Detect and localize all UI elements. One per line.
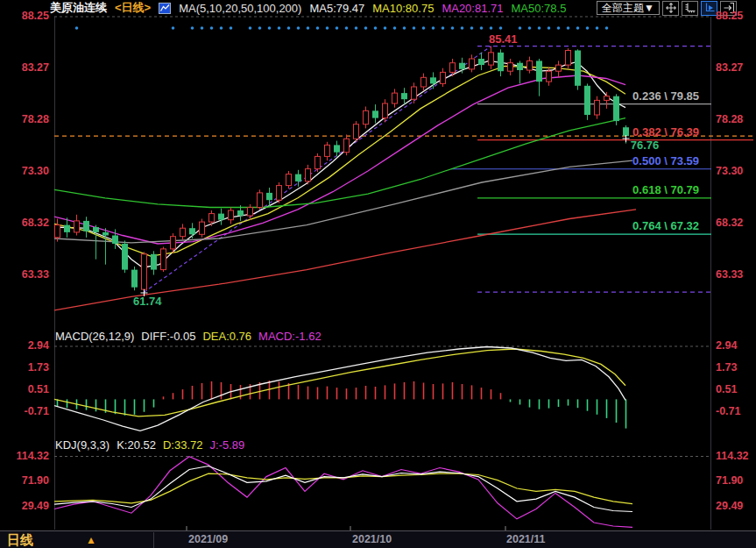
candle-body-down (623, 127, 629, 136)
ma50-value: MA50:78.5 (512, 2, 567, 15)
signal-dot (384, 26, 387, 30)
candle-body-down (122, 244, 128, 270)
candle-body-down (237, 210, 244, 216)
chart-header-bar: 美原油连续 <日线> MA(5,10,20,50,100,200) MA5:79… (0, 0, 756, 16)
candle-body-up (604, 96, 610, 101)
macd-macd-value: MACD:-1.62 (258, 330, 321, 343)
kdj-j-value: J:-5.89 (210, 438, 245, 452)
ma20-value: MA20:81.71 (442, 2, 503, 15)
signal-dot (470, 26, 474, 30)
signal-dot (586, 26, 590, 30)
candle-body-up (392, 93, 398, 103)
candle-body-up (527, 60, 533, 70)
macd-indicator-header[interactable]: MACD(26,12,9) DIFF:-0.05 DEA:0.76 MACD:-… (55, 330, 321, 343)
signal-dot (287, 26, 291, 30)
status-bar: 日线 ▲ (0, 530, 756, 548)
ma10-line (54, 66, 625, 256)
candle-body-down (575, 51, 581, 86)
candle-body-up (229, 210, 234, 220)
candle-body-down (334, 145, 340, 152)
signal-dot (596, 26, 599, 30)
signal-dot (499, 26, 503, 30)
signal-dot (268, 26, 272, 30)
period-up-arrow-icon[interactable]: ▲ (86, 534, 96, 546)
signal-dot (403, 26, 406, 30)
axes-play-icon (704, 3, 715, 13)
kdj-indicator-header[interactable]: KDJ(9,3,3) K:20.52 D:33.72 J:-5.89 (55, 438, 244, 452)
auto-scale-button[interactable] (701, 1, 717, 16)
candle-body-down (478, 59, 484, 65)
signal-dot (519, 26, 522, 30)
trading-app-window: 美原油连续 <日线> MA(5,10,20,50,100,200) MA5:79… (0, 0, 756, 548)
macd-panel-group (54, 347, 626, 431)
candle-body-up (441, 72, 446, 83)
candle-body-down (372, 110, 378, 117)
signal-dot (172, 26, 175, 30)
candle-body-up (450, 63, 456, 73)
pan-tool-button[interactable] (662, 1, 679, 16)
candle-body-down (151, 254, 157, 270)
candle-body-up (171, 237, 176, 249)
candle-body-up (200, 222, 205, 234)
collapse-panel-button[interactable] (720, 1, 737, 16)
period-label[interactable]: 日线 (7, 532, 33, 548)
candle-body-up (209, 214, 215, 223)
signal-dot (490, 26, 493, 30)
period-tag[interactable]: <日线> (115, 0, 151, 16)
chart-type-icon[interactable] (159, 3, 171, 14)
candle-body-down (584, 86, 590, 115)
candle-body-up (595, 100, 600, 115)
candle-body-up (344, 139, 350, 152)
signal-dot (230, 26, 233, 30)
signal-dot (528, 26, 532, 30)
signal-dot (567, 26, 570, 30)
axes-icon (685, 3, 696, 13)
signal-dot (191, 26, 194, 30)
signal-dot (249, 26, 252, 30)
chart-canvas[interactable] (0, 0, 756, 548)
candle-body-down (112, 236, 118, 245)
signal-dot (364, 26, 368, 30)
signal-dot (480, 26, 484, 30)
kdj-d-value: D:33.72 (163, 438, 203, 452)
candle-body-up (180, 228, 186, 237)
candle-body-down (401, 93, 407, 99)
signal-dot (538, 26, 541, 30)
candle-body-up (470, 59, 475, 69)
kdj-j-line (54, 457, 632, 528)
candle-body-down (189, 228, 195, 234)
axis-settings-button[interactable] (682, 1, 698, 16)
signal-dot (605, 26, 609, 30)
candle-body-down (102, 232, 109, 236)
signal-dot (413, 26, 416, 30)
theme-dropdown-button[interactable]: 全部主题▼ (597, 1, 660, 15)
candle-body-up (315, 156, 321, 168)
signal-dot (258, 26, 262, 30)
signal-dot (374, 26, 378, 30)
candle-body-up (489, 53, 494, 65)
signal-dot (461, 26, 464, 30)
ma-settings-label[interactable]: MA(5,10,20,50,100,200) (179, 2, 301, 15)
candle-body-down (536, 60, 542, 82)
candle-body-up (508, 63, 513, 72)
candle-body-up (248, 208, 253, 217)
candle-body-up (412, 87, 417, 99)
signal-dot (432, 26, 435, 30)
candle-body-up (556, 65, 562, 71)
signal-dot (307, 26, 310, 30)
signal-dot (326, 26, 329, 30)
candle-body-up (325, 145, 330, 156)
candle-body-up (354, 125, 359, 139)
candle-body-down (266, 193, 272, 200)
candle-body-down (64, 225, 70, 232)
signal-dot (336, 26, 339, 30)
macd-dea-value: DEA:0.76 (202, 330, 251, 343)
candle-body-down (430, 77, 436, 83)
ma10-value: MA10:80.75 (372, 2, 434, 15)
signal-dot (75, 26, 79, 30)
candle-body-up (277, 186, 282, 201)
candle-body-down (498, 53, 504, 71)
candle-body-up (306, 169, 311, 181)
signal-dot (576, 26, 580, 30)
signal-dot (442, 26, 445, 30)
